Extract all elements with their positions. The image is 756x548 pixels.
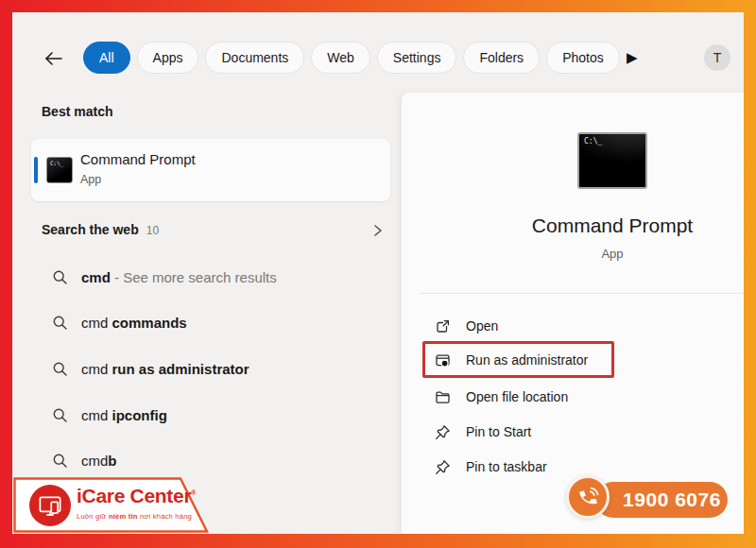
pin-icon [435, 459, 451, 475]
action-label: Pin to Start [466, 424, 531, 439]
action-open[interactable]: Open [435, 316, 498, 336]
query-text: cmd [81, 269, 111, 285]
search-web-count: 10 [146, 224, 159, 237]
suggestion-text: commands [112, 315, 187, 331]
search-web-heading: Search the web10 [42, 222, 159, 237]
icare-logo-icon [29, 485, 71, 526]
preview-panel: C:\_ Command Prompt App Open Run as admi… [402, 93, 744, 534]
action-label: Open file location [466, 389, 568, 404]
suggestion-cmd-ipconfig[interactable]: cmd ipconfig [52, 402, 383, 428]
tagline-pre: Luôn giữ [77, 512, 109, 521]
chevron-right-icon[interactable] [371, 224, 385, 237]
preview-subtitle: App [601, 247, 623, 261]
tab-photos[interactable]: Photos [546, 42, 620, 74]
selection-indicator [34, 157, 38, 183]
best-match-result[interactable]: C:\_ Command Prompt App [31, 139, 390, 201]
suggestion-text: - See more search results [111, 269, 277, 285]
tagline-bold: niềm tin [109, 512, 138, 521]
query-text: cmd [81, 315, 112, 331]
search-icon [52, 315, 68, 331]
query-text: cmd [81, 453, 108, 469]
tab-folders[interactable]: Folders [463, 42, 540, 74]
tab-apps[interactable]: Apps [137, 42, 199, 74]
tab-documents[interactable]: Documents [205, 42, 304, 74]
tab-web[interactable]: Web [311, 42, 370, 74]
tab-settings[interactable]: Settings [377, 42, 457, 74]
suggestion-cmd-commands[interactable]: cmd commands [52, 309, 383, 335]
action-run-as-administrator[interactable]: Run as administrator [435, 350, 588, 370]
search-web-label: Search the web [42, 222, 139, 237]
action-pin-to-taskbar[interactable]: Pin to taskbar [435, 456, 547, 477]
search-icon [52, 269, 68, 285]
command-prompt-icon-large: C:\_ [577, 132, 647, 189]
suggestion-cmdb[interactable]: cmdb [52, 447, 383, 473]
action-label: Pin to taskbar [466, 459, 547, 474]
result-subtitle: App [80, 173, 101, 186]
registered-mark: ® [191, 489, 196, 496]
run-as-administrator-icon [435, 352, 451, 368]
search-icon [52, 361, 68, 377]
icare-logo-title: iCare Center® [77, 485, 196, 507]
suggestion-text: b [108, 453, 116, 469]
filter-tabs: All Apps Documents Web Settings Folders … [83, 42, 620, 74]
icare-center-logo-badge: iCare Center® Luôn giữ niềm tin nơi khác… [13, 477, 210, 533]
icare-logo-tagline: Luôn giữ niềm tin nơi khách hàng [77, 512, 192, 521]
logo-text: iCare Center [77, 485, 191, 506]
back-button[interactable] [43, 47, 65, 70]
search-icon [52, 453, 68, 469]
pin-icon [435, 424, 451, 440]
suggestion-text: run as administrator [112, 361, 249, 377]
command-prompt-icon: C:\_ [46, 157, 73, 183]
result-title: Command Prompt [80, 151, 196, 167]
folder-icon [435, 389, 451, 405]
user-avatar[interactable]: T [704, 44, 730, 71]
hotline-number: 1900 6076 [595, 482, 728, 518]
action-pin-to-start[interactable]: Pin to Start [435, 421, 531, 442]
back-arrow-icon [43, 47, 65, 70]
hotline-badge: 1900 6076 [563, 472, 733, 527]
query-text: cmd [81, 407, 112, 423]
suggestion-see-more[interactable]: cmd - See more search results [52, 264, 383, 290]
action-open-file-location[interactable]: Open file location [435, 386, 568, 407]
search-icon [52, 407, 68, 423]
tagline-post: nơi khách hàng [138, 512, 192, 521]
action-label: Open [466, 318, 498, 334]
action-label: Run as administrator [466, 352, 588, 368]
open-external-icon [435, 318, 451, 334]
suggestion-cmd-run-as-administrator[interactable]: cmd run as administrator [52, 355, 383, 382]
suggestion-text: ipconfig [112, 407, 167, 423]
phone-icon [566, 475, 610, 519]
tab-all[interactable]: All [83, 42, 130, 74]
branded-frame: All Apps Documents Web Settings Folders … [0, 0, 756, 548]
preview-title: Command Prompt [532, 214, 693, 237]
best-match-heading: Best match [42, 104, 112, 119]
more-tabs-icon[interactable]: ▶ [627, 49, 638, 66]
query-text: cmd [81, 361, 112, 377]
divider [419, 293, 744, 294]
windows-search-window: All Apps Documents Web Settings Folders … [12, 12, 744, 534]
